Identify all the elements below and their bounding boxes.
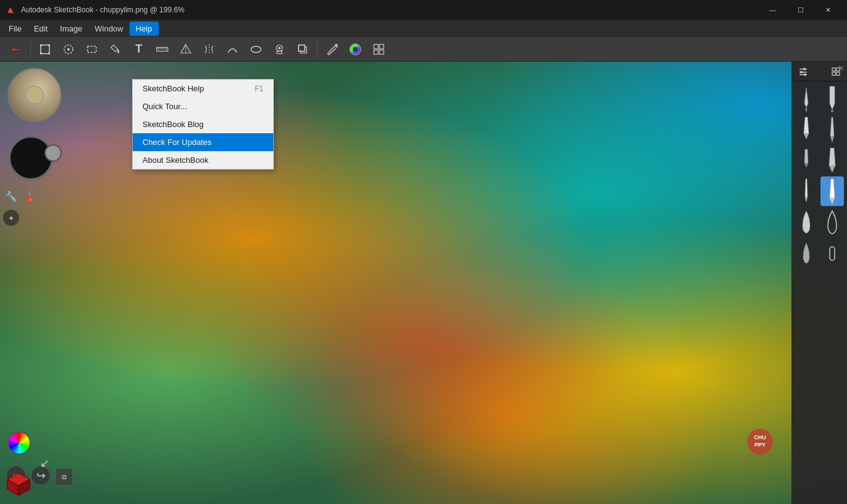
toolbar-separator-2 xyxy=(317,41,318,58)
ruler-tool[interactable] xyxy=(151,38,173,60)
transform-tool[interactable] xyxy=(34,38,56,60)
brush-pen3-selected[interactable] xyxy=(820,176,844,206)
ellipse-tool[interactable] xyxy=(245,38,267,60)
titlebar: ▲ Autodesk SketchBook - chuppylim.png @ … xyxy=(0,0,847,20)
menu-window[interactable]: Window xyxy=(89,22,130,36)
svg-rect-29 xyxy=(374,50,378,54)
menu-item-about-sketchbook[interactable]: About SketchBook xyxy=(133,151,273,169)
svg-rect-47 xyxy=(830,247,835,260)
svg-point-46 xyxy=(831,110,833,112)
menu-file[interactable]: File xyxy=(2,22,28,36)
app-icon: ▲ xyxy=(5,4,16,15)
panel-sliders-icon[interactable] xyxy=(797,65,809,78)
svg-rect-30 xyxy=(379,50,384,54)
brush-drop1[interactable] xyxy=(795,207,818,237)
brush-drop3[interactable] xyxy=(795,238,818,268)
right-brush-panel: × xyxy=(791,62,847,504)
perspective-tool[interactable] xyxy=(175,38,197,60)
menu-item-check-for-updates[interactable]: Check For Updates xyxy=(133,133,273,151)
brush-grid xyxy=(792,81,847,270)
fill-tool[interactable] xyxy=(104,38,126,60)
toolbar-separator xyxy=(30,41,31,58)
pen-tool[interactable] xyxy=(321,38,343,60)
watermark-text: CHUPPY xyxy=(747,429,773,455)
stamp-tool[interactable] xyxy=(268,38,291,60)
svg-rect-3 xyxy=(40,52,42,54)
svg-point-17 xyxy=(251,46,261,52)
copy-tool[interactable] xyxy=(292,38,314,60)
menubar: File Edit Image Window Help xyxy=(0,20,847,37)
brush-ink[interactable] xyxy=(820,115,844,144)
maximize-button[interactable]: ☐ xyxy=(787,0,814,20)
svg-rect-43 xyxy=(832,72,835,75)
toolbar: ← T xyxy=(0,37,847,62)
svg-point-24 xyxy=(335,44,337,46)
close-button[interactable]: ✕ xyxy=(814,0,842,20)
brush-drop2[interactable] xyxy=(820,207,844,237)
svg-rect-20 xyxy=(277,51,282,54)
menu-item-quick-tour[interactable]: Quick Tour... xyxy=(133,97,273,115)
svg-point-38 xyxy=(800,71,803,73)
svg-point-26 xyxy=(353,47,358,52)
svg-rect-45 xyxy=(830,86,835,104)
svg-rect-1 xyxy=(40,44,42,46)
brush-pencil[interactable] xyxy=(795,84,818,114)
window-controls: — ☐ ✕ xyxy=(759,0,842,20)
symmetry-tool[interactable] xyxy=(198,38,220,60)
panel-close-button[interactable]: × xyxy=(838,63,844,74)
color-wheel-tool[interactable] xyxy=(344,38,366,60)
svg-rect-41 xyxy=(832,68,835,71)
svg-point-40 xyxy=(804,73,806,76)
menu-image[interactable]: Image xyxy=(54,22,88,36)
svg-point-6 xyxy=(67,48,70,51)
svg-rect-0 xyxy=(41,45,49,54)
help-dropdown-menu: SketchBook Help F1 Quick Tour... SketchB… xyxy=(132,79,274,170)
svg-rect-2 xyxy=(48,44,50,46)
main-canvas-area: CHUPPY 🔧 📍 ● ↩ ↪ ⧉ xyxy=(0,62,847,504)
menu-item-sketchbook-blog[interactable]: SketchBook Blog xyxy=(133,115,273,133)
svg-rect-22 xyxy=(299,45,305,51)
back-button[interactable]: ← xyxy=(5,38,27,60)
lasso-select-tool[interactable] xyxy=(57,38,80,60)
svg-rect-4 xyxy=(48,52,50,54)
svg-rect-7 xyxy=(88,46,96,52)
text-tool[interactable]: T xyxy=(128,38,150,60)
brush-pen2[interactable] xyxy=(820,146,844,175)
menu-edit[interactable]: Edit xyxy=(28,22,54,36)
app-title: Autodesk SketchBook - chuppylim.png @ 19… xyxy=(21,6,759,14)
brush-pencil2[interactable] xyxy=(795,146,818,175)
minimize-button[interactable]: — xyxy=(759,0,787,20)
svg-point-36 xyxy=(803,68,806,70)
menu-help[interactable]: Help xyxy=(130,22,159,36)
rect-select-tool[interactable] xyxy=(81,38,103,60)
brush-marker[interactable] xyxy=(820,84,844,114)
svg-rect-28 xyxy=(379,44,384,49)
brush-library-tool[interactable] xyxy=(368,38,390,60)
menu-item-sketchbook-help[interactable]: SketchBook Help F1 xyxy=(133,80,273,97)
brush-brush2[interactable] xyxy=(795,176,818,206)
canvas-artwork[interactable] xyxy=(0,62,847,504)
brush-drop4[interactable] xyxy=(820,238,844,268)
curve-tool[interactable] xyxy=(221,38,244,60)
svg-rect-27 xyxy=(374,44,378,49)
brush-pen1[interactable] xyxy=(795,115,818,144)
svg-point-19 xyxy=(278,47,281,49)
